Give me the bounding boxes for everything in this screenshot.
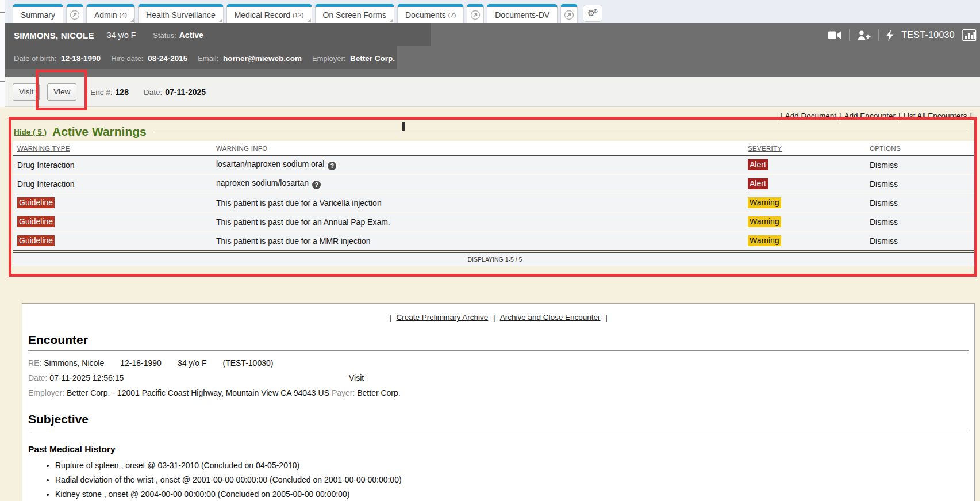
- create-preliminary-archive-link[interactable]: Create Preliminary Archive: [397, 313, 489, 322]
- warning-row: Drug Interaction losartan/naproxen sodiu…: [13, 156, 977, 175]
- dismiss-link[interactable]: Dismiss: [865, 195, 977, 211]
- warning-type-badge: Guideline: [17, 216, 55, 227]
- divider: [28, 350, 969, 351]
- employer-field: Employer: Better Corp.: [312, 54, 395, 63]
- hire-date-label: Hire date:: [111, 54, 143, 63]
- tab-count: (4): [120, 12, 127, 18]
- warning-type-badge: Guideline: [17, 197, 55, 208]
- visit-type: Visit: [349, 373, 364, 383]
- tab-label: Health Surveillance: [146, 10, 216, 20]
- help-icon[interactable]: ?: [312, 181, 321, 189]
- dismiss-link[interactable]: Dismiss: [865, 214, 977, 230]
- tab-label: Documents: [405, 10, 446, 20]
- email-field: Email: horner@mieweb.com: [198, 54, 302, 63]
- tab-health-surveillance[interactable]: Health Surveillance: [138, 4, 224, 23]
- warning-type: Drug Interaction: [13, 157, 212, 173]
- doc-employer-value: Better Corp. - 12001 Pacific Coast Highw…: [67, 388, 329, 397]
- doc-patient-name: Simmons, Nicole: [44, 358, 104, 368]
- hire-date-value: 08-24-2015: [148, 54, 187, 63]
- divider: [849, 29, 850, 41]
- popout-button-documents[interactable]: [467, 4, 484, 23]
- visit-button[interactable]: Visit: [13, 83, 40, 101]
- tab-count: (12): [293, 12, 304, 18]
- warnings-table: WARNING TYPE WARNING INFO SEVERITY OPTIO…: [13, 141, 977, 251]
- list-item: Radial deviation of the wrist , onset @ …: [55, 475, 969, 484]
- popout-icon: [470, 10, 481, 20]
- column-warning-info: WARNING INFO: [212, 141, 743, 155]
- archive-links: | Create Preliminary Archive | Archive a…: [22, 313, 974, 322]
- active-warnings-title: Active Warnings: [52, 125, 147, 139]
- warning-info: naproxen sodium/losartan?: [212, 175, 743, 193]
- column-options: OPTIONS: [865, 141, 977, 155]
- hide-warnings-link[interactable]: Hide ( 5 ): [14, 128, 47, 136]
- column-warning-type[interactable]: WARNING TYPE: [13, 141, 212, 155]
- tab-documents-dv[interactable]: Documents-DV: [487, 4, 558, 23]
- popout-icon: [564, 10, 574, 20]
- gear-icon: ⚙: [593, 9, 598, 14]
- tab-documents[interactable]: Documents (7): [397, 4, 464, 23]
- patient-age-sex: 34 y/o F: [107, 30, 136, 40]
- email-value: horner@mieweb.com: [223, 54, 302, 63]
- employer-line: Employer: Better Corp. - 12001 Pacific C…: [28, 388, 969, 397]
- dob-value: 12-18-1990: [61, 54, 101, 63]
- tab-label: Admin: [94, 10, 117, 20]
- warnings-paging-status: DISPLAYING 1-5 / 5: [13, 252, 977, 266]
- popout-button-documents-dv[interactable]: [560, 4, 578, 23]
- status-value: Active: [179, 30, 203, 40]
- patient-chart-id: TEST-10030: [901, 30, 955, 40]
- warning-row: Guideline This patient is past due for a…: [13, 194, 977, 213]
- tab-medical-record[interactable]: Medical Record (12): [226, 4, 312, 23]
- tab-bar: Summary Admin (4) Health Surveillance Me…: [0, 0, 980, 23]
- doc-patient-age-sex: 34 y/o F: [178, 358, 207, 368]
- popout-button-summary[interactable]: [66, 4, 83, 23]
- tab-label: On Screen Forms: [323, 10, 386, 20]
- patient-name: SIMMONS, NICOLE: [14, 30, 94, 40]
- doc-date-value: 07-11-2025 12:56:15: [49, 373, 124, 383]
- divider: [28, 430, 969, 430]
- tab-summary[interactable]: Summary: [13, 4, 63, 23]
- dob-label: Date of birth:: [14, 54, 56, 63]
- dismiss-link[interactable]: Dismiss: [865, 176, 977, 192]
- encounter-number: Enc #:128: [90, 87, 129, 97]
- video-call-icon[interactable]: [828, 30, 841, 40]
- employer-value: Better Corp.: [350, 54, 395, 63]
- encounter-date: Date:07-11-2025: [144, 87, 206, 97]
- tab-label: Documents-DV: [495, 10, 549, 20]
- list-item: Rupture of spleen , onset @ 03-31-2010 (…: [55, 461, 969, 470]
- warning-row: Drug Interaction naproxen sodium/losarta…: [13, 175, 977, 194]
- add-person-icon[interactable]: [857, 30, 871, 40]
- subjective-title: Subjective: [28, 412, 969, 426]
- lightning-icon[interactable]: [886, 30, 894, 41]
- patient-header: SIMMONS, NICOLE 34 y/o F Status: Active …: [0, 23, 980, 77]
- dismiss-link[interactable]: Dismiss: [865, 157, 977, 173]
- warning-info: This patient is past due for a Varicella…: [212, 195, 743, 211]
- tab-on-screen-forms[interactable]: On Screen Forms: [315, 4, 394, 23]
- gutter-tick: [0, 81, 5, 82]
- gutter-tick: [0, 12, 5, 13]
- warning-info: losartan/naproxen sodium oral?: [212, 156, 743, 174]
- dismiss-link[interactable]: Dismiss: [865, 233, 977, 249]
- archive-and-close-link[interactable]: Archive and Close Encounter: [500, 313, 601, 322]
- tab-settings-button[interactable]: ⚙ ⚙: [583, 5, 602, 22]
- doc-patient-dob: 12-18-1990: [120, 358, 162, 368]
- doc-payer-value: Better Corp.: [357, 388, 400, 397]
- view-button[interactable]: View: [47, 83, 76, 101]
- status-label: Status:: [153, 31, 176, 40]
- help-icon[interactable]: ?: [328, 162, 336, 170]
- add-document-link[interactable]: Add Document: [785, 112, 836, 120]
- tab-label: Medical Record: [235, 10, 290, 20]
- encounter-action-links: | Add Document | Add Encounter | List Al…: [0, 107, 980, 120]
- warning-info: This patient is past due for an Annual P…: [212, 214, 743, 230]
- severity-badge: Warning: [748, 216, 781, 227]
- past-medical-history-title: Past Medical History: [28, 444, 969, 454]
- flowsheet-chart-icon[interactable]: [962, 29, 977, 41]
- column-severity[interactable]: SEVERITY: [743, 141, 865, 155]
- cursor-artifact: [402, 122, 405, 131]
- hire-date-field: Hire date: 08-24-2015: [111, 54, 187, 63]
- warning-type-badge: Guideline: [17, 235, 55, 246]
- tab-admin[interactable]: Admin (4): [86, 4, 135, 23]
- add-encounter-link[interactable]: Add Encounter: [844, 112, 896, 120]
- warning-type: Drug Interaction: [13, 176, 212, 192]
- past-medical-history-list: Rupture of spleen , onset @ 03-31-2010 (…: [28, 461, 969, 501]
- list-all-encounters-link[interactable]: List All Encounters: [903, 112, 967, 120]
